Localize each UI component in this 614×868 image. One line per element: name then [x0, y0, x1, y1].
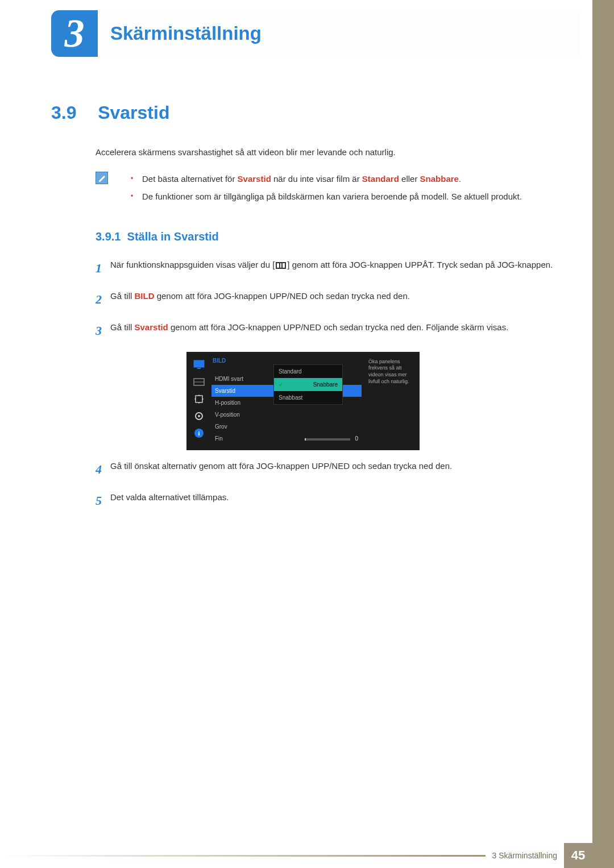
osd-item-grov: Grov — [211, 421, 362, 433]
chapter-title: Skärminställning — [110, 23, 262, 44]
osd-option-standard: Standard — [274, 365, 342, 378]
osd-info-icon: i — [193, 428, 205, 438]
section-header: 3.9 Svarstid — [51, 102, 563, 123]
step-5: 5 Det valda alternativet tillämpas. — [96, 490, 563, 511]
chapter-number-tab: 3 — [51, 10, 98, 57]
svg-rect-4 — [196, 396, 202, 402]
section-number: 3.9 — [51, 102, 96, 123]
osd-description: Öka panelens frekvens så att videon visa… — [365, 355, 416, 447]
note-block: Det bästa alternativet för Svarstid när … — [96, 172, 563, 207]
osd-screenshot: i BILD ▲ HDMI svart Svarstid H-position … — [186, 352, 420, 450]
footer-page-number: 45 — [564, 843, 592, 868]
osd-title: BILD — [211, 358, 362, 364]
subsection-title: 3.9.1 Ställa in Svarstid — [96, 230, 563, 243]
footer: 3 Skärminställning 45 — [0, 843, 592, 868]
footer-label: 3 Skärminställning — [492, 851, 557, 860]
osd-popup: Standard ✔Snabbare Snabbast — [273, 364, 343, 405]
svg-rect-0 — [194, 360, 204, 367]
step-2: 2 Gå till BILD genom att föra JOG-knappe… — [96, 289, 563, 310]
svg-rect-1 — [197, 368, 201, 369]
section-title: Svarstid — [98, 102, 169, 123]
section-intro: Accelerera skärmens svarshastighet så at… — [96, 146, 563, 159]
osd-picture-icon — [193, 377, 205, 387]
osd-option-snabbast: Snabbast — [274, 391, 342, 404]
osd-size-icon — [193, 394, 205, 404]
osd-item-vpos: V-position — [211, 409, 362, 421]
osd-option-snabbare: ✔Snabbare — [274, 378, 342, 391]
menu-icon — [276, 262, 286, 269]
chapter-header: 3 Skärminställning — [51, 10, 580, 57]
note-item-2: De funktioner som är tillgängliga på bil… — [131, 189, 522, 204]
pencil-icon — [96, 172, 108, 184]
svg-point-6 — [198, 415, 200, 417]
osd-item-fin: Fin 0 — [211, 433, 362, 445]
note-item-1: Det bästa alternativet för Svarstid när … — [131, 172, 522, 186]
osd-monitor-icon — [193, 360, 205, 370]
check-icon: ✔ — [279, 381, 283, 388]
step-4: 4 Gå till önskat alternativ genom att fö… — [96, 459, 563, 480]
svg-text:i: i — [198, 430, 200, 437]
osd-gear-icon — [193, 411, 205, 421]
step-1: 1 När funktionsknappsguiden visas väljer… — [96, 258, 563, 279]
right-stripe — [592, 0, 614, 868]
step-3: 3 Gå till Svarstid genom att föra JOG-kn… — [96, 320, 563, 341]
